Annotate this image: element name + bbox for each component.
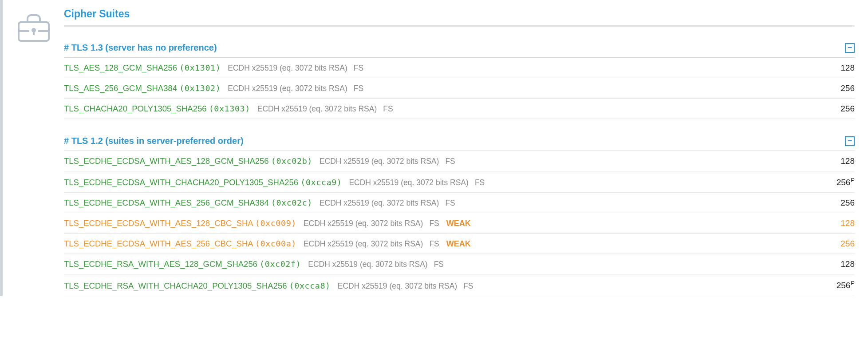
cipher-group-header: # TLS 1.3 (server has no preference)− [64,39,855,58]
key-exchange: ECDH x25519 (eq. 3072 bits RSA) [228,84,347,93]
key-exchange: ECDH x25519 (eq. 3072 bits RSA) [320,157,439,166]
cipher-row: TLS_ECDHE_RSA_WITH_CHACHA20_POLY1305_SHA… [64,274,855,296]
cipher-group-header: # TLS 1.2 (suites in server-preferred or… [64,132,855,151]
cipher-strength-bits: 128 [840,259,855,269]
cipher-code: (0xc00a) [255,239,296,248]
cipher-code: (0xc02c) [271,198,312,207]
svg-rect-2 [33,32,35,35]
cipher-strength-bits: 256 [840,83,855,93]
cipher-name: TLS_ECDHE_ECDSA_WITH_AES_128_CBC_SHA (0x… [64,218,296,228]
forward-secrecy-label: FS [354,84,363,93]
forward-secrecy-label: FS [475,178,485,187]
section-title: Cipher Suites [64,8,855,27]
cipher-strength-bits: 128 [840,63,855,73]
key-exchange: ECDH x25519 (eq. 3072 bits RSA) [320,198,439,208]
key-exchange: ECDH x25519 (eq. 3072 bits RSA) [257,104,377,114]
cipher-name: TLS_ECDHE_ECDSA_WITH_AES_256_GCM_SHA384 … [64,198,312,208]
forward-secrecy-label: FS [383,104,393,114]
key-exchange: ECDH x25519 (eq. 3072 bits RSA) [308,260,427,269]
key-exchange: ECDH x25519 (eq. 3072 bits RSA) [304,239,423,249]
section-icon-container [16,8,51,296]
cipher-code: (0x1302) [179,83,221,93]
cipher-strength-bits: 256 [840,239,855,249]
cipher-code: (0xc02b) [271,156,312,166]
forward-secrecy-label: FS [463,282,473,291]
forward-secrecy-label: FS [445,157,455,166]
cipher-name: TLS_ECDHE_ECDSA_WITH_CHACHA20_POLY1305_S… [64,178,342,187]
cipher-strength-bits: 256P [836,177,855,187]
cipher-code: (0xc009) [255,218,296,228]
cipher-code: (0xc02f) [260,259,301,269]
cipher-strength-bits: 128 [840,156,855,166]
forward-secrecy-label: FS [434,260,444,269]
forward-secrecy-label: FS [445,198,455,208]
cipher-code: (0xcca9) [300,178,342,187]
cipher-name: TLS_AES_128_GCM_SHA256 (0x1301) [64,63,221,73]
cipher-row: TLS_AES_256_GCM_SHA384 (0x1302)ECDH x255… [64,78,855,99]
bits-suffix: P [851,280,855,286]
key-exchange: ECDH x25519 (eq. 3072 bits RSA) [338,282,457,291]
cipher-row: TLS_CHACHA20_POLY1305_SHA256 (0x1303)ECD… [64,99,855,119]
cipher-strength-bits: 256 [840,104,855,114]
cipher-name: TLS_ECDHE_RSA_WITH_AES_128_GCM_SHA256 (0… [64,259,301,269]
cipher-group-title: # TLS 1.2 (suites in server-preferred or… [64,136,244,146]
cipher-name: TLS_ECDHE_RSA_WITH_CHACHA20_POLY1305_SHA… [64,281,331,291]
key-exchange: ECDH x25519 (eq. 3072 bits RSA) [349,178,468,187]
key-exchange: ECDH x25519 (eq. 3072 bits RSA) [304,219,423,228]
weak-badge: WEAK [446,219,471,228]
cipher-code: (0x1301) [179,63,221,72]
cipher-group-title: # TLS 1.3 (server has no preference) [64,43,217,53]
cipher-row: TLS_ECDHE_ECDSA_WITH_AES_256_CBC_SHA (0x… [64,234,855,254]
weak-badge: WEAK [446,239,471,249]
cipher-strength-bits: 256 [840,198,855,208]
cipher-row: TLS_AES_128_GCM_SHA256 (0x1301)ECDH x255… [64,58,855,78]
cipher-code: (0x1303) [209,104,250,113]
cipher-row: TLS_ECDHE_ECDSA_WITH_AES_256_GCM_SHA384 … [64,193,855,213]
cipher-name: TLS_CHACHA20_POLY1305_SHA256 (0x1303) [64,104,250,114]
collapse-button[interactable]: − [845,43,855,53]
collapse-button[interactable]: − [845,136,855,146]
cipher-row: TLS_ECDHE_RSA_WITH_AES_128_GCM_SHA256 (0… [64,254,855,274]
cipher-strength-bits: 128 [840,218,855,228]
cipher-name: TLS_ECDHE_ECDSA_WITH_AES_256_CBC_SHA (0x… [64,239,296,249]
briefcase-lock-icon [16,12,51,44]
cipher-row: TLS_ECDHE_ECDSA_WITH_AES_128_CBC_SHA (0x… [64,213,855,234]
forward-secrecy-label: FS [429,219,439,228]
cipher-strength-bits: 256P [836,280,855,290]
cipher-name: TLS_ECDHE_ECDSA_WITH_AES_128_GCM_SHA256 … [64,156,312,166]
cipher-name: TLS_AES_256_GCM_SHA384 (0x1302) [64,83,221,93]
cipher-row: TLS_ECDHE_ECDSA_WITH_AES_128_GCM_SHA256 … [64,151,855,171]
forward-secrecy-label: FS [429,239,439,249]
forward-secrecy-label: FS [354,63,363,73]
bits-suffix: P [851,177,855,183]
cipher-code: (0xcca8) [289,281,331,290]
cipher-row: TLS_ECDHE_ECDSA_WITH_CHACHA20_POLY1305_S… [64,171,855,193]
key-exchange: ECDH x25519 (eq. 3072 bits RSA) [228,63,347,73]
